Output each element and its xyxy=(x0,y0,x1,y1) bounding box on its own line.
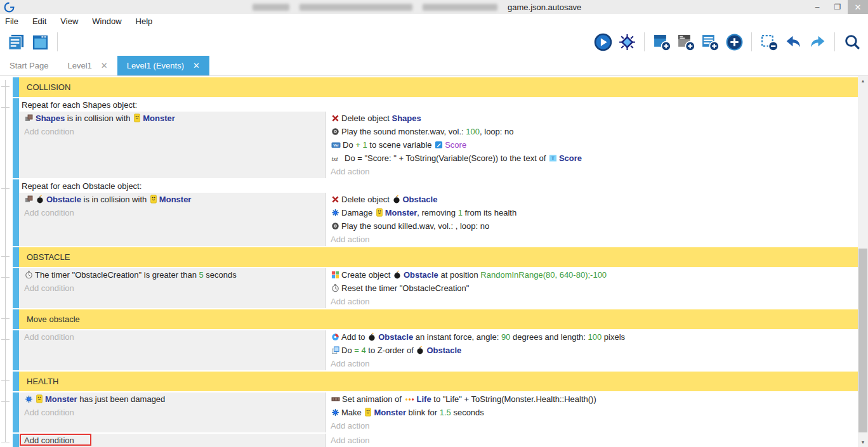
scroll-down-icon[interactable]: ▼ xyxy=(858,437,868,447)
action-row[interactable]: Create object Obstacle at position Rando… xyxy=(326,268,858,282)
group-label: COLLISION xyxy=(27,82,70,92)
add-event-icon[interactable] xyxy=(652,32,672,52)
event-block[interactable]: Repeat for each Shapes object:Shapes is … xyxy=(13,98,858,178)
collision-icon xyxy=(25,113,34,125)
add-condition-link[interactable]: Add condition xyxy=(19,434,325,447)
close-button[interactable]: ✕ xyxy=(848,0,868,14)
redo-icon[interactable] xyxy=(807,32,827,52)
text-segment: to Z-order of xyxy=(366,346,416,355)
condition-row[interactable]: Obstacle is in collision with Monster xyxy=(19,193,325,206)
event-group-block[interactable]: COLLISION xyxy=(13,77,858,97)
scrollbar-thumb[interactable] xyxy=(858,249,867,432)
event-block[interactable]: Add conditionAdd action xyxy=(13,434,858,447)
search-icon[interactable] xyxy=(842,32,862,52)
menu-help[interactable]: Help xyxy=(129,16,160,26)
action-row[interactable]: Play the sound monster.wav, vol.: 100, l… xyxy=(326,125,858,138)
undo-icon[interactable] xyxy=(783,32,803,52)
add-action-link[interactable]: Add action xyxy=(326,419,858,432)
repeat-event-header[interactable]: Repeat for each Obstacle object: xyxy=(19,179,858,193)
action-row[interactable]: Add to Obstacle an instant force, angle:… xyxy=(326,330,858,344)
action-row[interactable]: Set animation of Life to "Life" + ToStri… xyxy=(326,392,858,406)
window-title: game.json.autosave xyxy=(253,2,581,12)
scene-editor-icon[interactable] xyxy=(30,32,50,52)
debug-icon[interactable] xyxy=(617,32,637,52)
vertical-scrollbar[interactable]: ▲ ▼ xyxy=(858,76,868,447)
add-condition-link[interactable]: Add condition xyxy=(19,406,325,419)
add-subevent-icon[interactable] xyxy=(676,32,696,52)
tab-level1-events[interactable]: Level1 (Events) ✕ xyxy=(117,56,209,75)
add-condition-link[interactable]: Add condition xyxy=(19,125,325,138)
text-segment: Reset the timer "ObstacleCreation" xyxy=(341,283,469,293)
damage-icon xyxy=(25,394,33,406)
group-header[interactable]: COLLISION xyxy=(19,77,858,97)
event-group-block[interactable]: HEALTH xyxy=(13,372,858,391)
condition-row[interactable]: The timer "ObstacleCreation" is greater … xyxy=(19,268,325,282)
add-action-link[interactable]: Add action xyxy=(326,295,858,308)
menu-edit[interactable]: Edit xyxy=(25,16,53,26)
conditions-column: Add condition xyxy=(19,330,325,370)
add-comment-icon[interactable] xyxy=(700,32,720,52)
menu-view[interactable]: View xyxy=(53,16,85,26)
event-tree-tick xyxy=(1,277,10,278)
action-row[interactable]: Delete object Shapes xyxy=(326,112,858,125)
action-row[interactable]: Delete object Obstacle xyxy=(326,193,858,206)
project-manager-icon[interactable] xyxy=(6,32,26,52)
event-group-block[interactable]: OBSTACLE xyxy=(13,247,858,267)
condition-row[interactable]: Shapes is in collision with Monster xyxy=(19,112,325,125)
actions-column: Add action xyxy=(325,434,858,447)
group-header[interactable]: HEALTH xyxy=(19,372,858,391)
text-segment: to scene variable xyxy=(367,140,435,150)
add-action-link[interactable]: Add action xyxy=(326,357,858,370)
text-segment: Monster xyxy=(45,394,77,404)
tab-close-icon[interactable]: ✕ xyxy=(193,61,200,70)
event-block[interactable]: Repeat for each Obstacle object:Obstacle… xyxy=(13,179,858,246)
tab-start-page[interactable]: Start Page xyxy=(0,56,58,75)
text-segment: Shapes xyxy=(36,113,65,123)
action-row[interactable]: VarDo + 1 to scene variable Score xyxy=(326,138,858,152)
condition-row[interactable]: Monster has just been damaged xyxy=(19,392,325,406)
action-row[interactable]: Make Monster blink for 1.5 seconds xyxy=(326,406,858,419)
sound-icon xyxy=(331,221,339,233)
tab-close-icon[interactable]: ✕ xyxy=(101,61,108,70)
sound-icon xyxy=(331,126,339,138)
action-row[interactable]: Reset the timer "ObstacleCreation" xyxy=(326,282,858,295)
action-row[interactable]: Play the sound killed.wav, vol.: , loop:… xyxy=(326,219,858,233)
add-condition-link[interactable]: Add condition xyxy=(19,282,325,295)
group-header[interactable]: OBSTACLE xyxy=(19,247,858,267)
menu-window[interactable]: Window xyxy=(85,16,128,26)
text-segment: Obstacle xyxy=(378,332,413,342)
tab-level1-scene[interactable]: Level1 ✕ xyxy=(58,56,117,75)
title-bar: game.json.autosave – ❐ ✕ xyxy=(0,0,868,14)
event-block[interactable]: Add conditionAdd to Obstacle an instant … xyxy=(13,330,858,370)
action-row[interactable]: Do = 4 to Z-order of Obstacle xyxy=(326,344,858,357)
play-icon[interactable] xyxy=(593,32,613,52)
add-action-link[interactable]: Add action xyxy=(326,165,858,178)
conditions-column: Add condition xyxy=(19,434,325,447)
text-segment: Play the sound killed.wav, vol.: , loop:… xyxy=(341,221,489,231)
text-segment: Monster xyxy=(159,195,192,204)
scroll-up-icon[interactable]: ▲ xyxy=(858,76,868,86)
event-block[interactable]: Monster has just been damagedAdd conditi… xyxy=(13,392,858,432)
text-segment: Do xyxy=(343,140,355,150)
group-header[interactable]: Move obstacle xyxy=(19,309,858,329)
text-segment: 90 xyxy=(501,332,510,342)
events-editor: COLLISIONRepeat for each Shapes object:S… xyxy=(0,76,868,447)
menu-file[interactable]: File xyxy=(0,16,25,26)
action-row[interactable]: txtDo = "Score: " + ToString(Variable(Sc… xyxy=(326,152,858,165)
event-group-block[interactable]: Move obstacle xyxy=(13,309,858,329)
add-circle-icon[interactable] xyxy=(724,32,744,52)
bomb-icon xyxy=(416,345,424,357)
text-segment: Make xyxy=(341,408,364,417)
add-action-link[interactable]: Add action xyxy=(326,434,858,447)
add-condition-link[interactable]: Add condition xyxy=(19,330,325,344)
delete-selection-icon[interactable] xyxy=(759,32,779,52)
action-row[interactable]: Damage Monster, removing 1 from its heal… xyxy=(326,206,858,219)
text-segment: 1 xyxy=(458,208,463,217)
maximize-button[interactable]: ❐ xyxy=(827,0,848,14)
minimize-button[interactable]: – xyxy=(807,0,827,14)
add-action-link[interactable]: Add action xyxy=(326,233,858,246)
event-block[interactable]: The timer "ObstacleCreation" is greater … xyxy=(13,268,858,308)
txt-icon: txt xyxy=(331,153,343,165)
add-condition-link[interactable]: Add condition xyxy=(19,206,325,219)
repeat-event-header[interactable]: Repeat for each Shapes object: xyxy=(19,98,858,112)
